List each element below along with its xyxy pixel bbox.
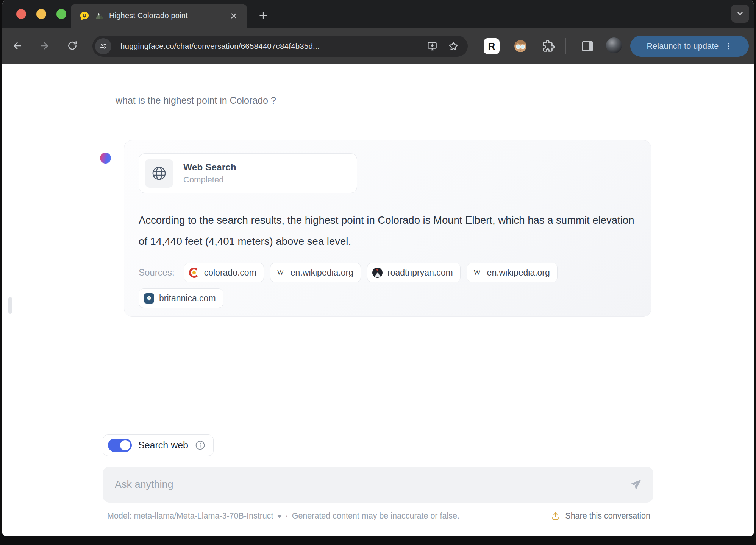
side-panel-icon[interactable] [580,39,595,53]
chat-input[interactable] [115,479,630,490]
window-controls [16,9,66,19]
sources-list: Sources: colorado.com W en.wikipedia.org… [139,263,642,308]
chat-footer: Model: meta-llama/Meta-Llama-3-70B-Instr… [103,511,653,521]
source-domain: colorado.com [204,268,256,278]
profile-emoji-icon[interactable] [513,39,528,54]
assistant-message-card: Web Search Completed According to the se… [124,140,651,317]
source-domain: britannica.com [159,293,216,304]
install-app-icon[interactable] [424,38,440,54]
model-dropdown-caret-icon[interactable] [277,515,282,518]
back-button[interactable] [8,36,27,56]
disclaimer-text: Generated content may be inaccurate or f… [292,511,459,521]
chrome-menu-kebab-icon[interactable] [724,42,733,50]
browser-profile-avatar[interactable] [606,37,622,53]
send-icon[interactable] [630,479,642,491]
browser-tab[interactable]: Highest Colorado point [71,4,247,28]
address-bar[interactable]: huggingface.co/chat/conversation/6658440… [92,36,468,57]
globe-icon [145,159,173,188]
web-search-tool-card[interactable]: Web Search Completed [139,153,357,193]
macos-minimize-button[interactable] [36,9,46,19]
relaunch-to-update-button[interactable]: Relaunch to update [630,36,749,57]
extensions-puzzle-icon[interactable] [541,39,555,53]
macos-close-button[interactable] [16,9,26,19]
tab-search-button[interactable] [731,5,749,23]
share-label: Share this conversation [565,511,650,521]
wikipedia-favicon-icon: W [275,268,286,278]
tab-title: Highest Colorado point [109,11,222,20]
macos-zoom-button[interactable] [56,9,66,19]
source-chip[interactable]: W en.wikipedia.org [467,263,558,282]
site-settings-icon[interactable] [95,38,111,54]
roadtripryan-favicon-icon [372,268,383,278]
model-avatar [100,153,111,164]
source-domain: en.wikipedia.org [291,268,353,278]
reload-button[interactable] [62,36,82,56]
source-chip[interactable]: ✽ britannica.com [139,288,223,308]
browser-toolbar: huggingface.co/chat/conversation/6658440… [2,28,754,64]
user-message: what is the highest point in Colorado ? [116,95,276,106]
sources-label: Sources: [139,267,175,278]
source-chip[interactable]: colorado.com [184,263,264,282]
britannica-favicon-icon: ✽ [144,293,154,304]
relaunch-label: Relaunch to update [647,42,719,51]
new-tab-button[interactable] [255,8,271,23]
assistant-response-text: According to the search results, the hig… [139,210,639,252]
wikipedia-favicon-icon: W [472,268,482,278]
browser-window: Highest Colorado point huggingface.co/ch [2,0,754,536]
source-domain: roadtripryan.com [387,268,453,278]
mountain-emoji-icon [95,11,104,20]
share-conversation-button[interactable]: Share this conversation [550,511,650,521]
bookmark-star-icon[interactable] [445,38,462,54]
huggingchat-page: what is the highest point in Colorado ? … [2,65,754,536]
footer-separator: · [286,511,288,521]
toolbar-divider [565,38,566,54]
url-text[interactable]: huggingface.co/chat/conversation/6658440… [120,42,419,51]
model-selector[interactable]: Model: meta-llama/Meta-Llama-3-70B-Instr… [107,511,273,521]
tab-strip: Highest Colorado point [2,0,754,28]
share-upload-icon [550,511,561,521]
source-chip[interactable]: W en.wikipedia.org [270,263,361,282]
tab-close-icon[interactable] [227,9,240,22]
info-icon[interactable] [195,440,206,451]
extension-r-icon[interactable]: R [484,38,500,54]
sidebar-toggle-handle[interactable] [8,297,12,314]
source-chip[interactable]: roadtripryan.com [367,263,461,282]
colorado-favicon-icon [189,268,199,278]
tool-title: Web Search [183,162,236,173]
search-web-toggle-container: Search web [103,434,214,456]
search-web-toggle[interactable] [108,439,132,452]
huggingchat-favicon-icon [79,11,90,21]
source-domain: en.wikipedia.org [487,268,550,278]
search-web-label: Search web [138,440,188,451]
chat-input-bar [103,467,653,503]
forward-button[interactable] [34,36,54,56]
tool-status: Completed [183,175,236,185]
